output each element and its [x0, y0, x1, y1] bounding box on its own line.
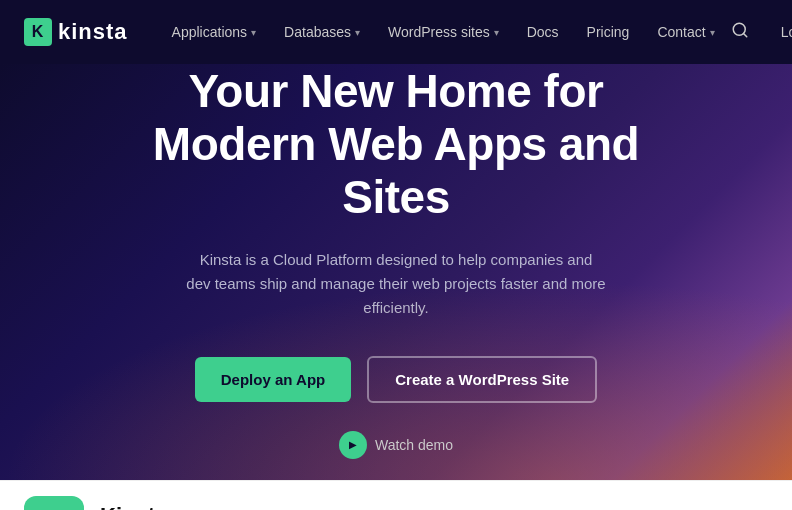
chevron-down-icon: ▾ [251, 27, 256, 38]
nav-right: Login Sign Up [727, 6, 792, 58]
hero-section: Your New Home for Modern Web Apps and Si… [0, 64, 792, 480]
hero-title: Your New Home for Modern Web Apps and Si… [116, 65, 676, 224]
logo-icon: K [24, 18, 52, 46]
nav-item-pricing[interactable]: Pricing [575, 16, 642, 48]
nav-item-applications[interactable]: Applications ▾ [160, 16, 269, 48]
chevron-down-icon: ▾ [355, 27, 360, 38]
footer-bar: K Kinsta The First Host To Utilize Googl… [0, 480, 792, 510]
logo[interactable]: K kinsta [24, 18, 128, 46]
create-wordpress-button[interactable]: Create a WordPress Site [367, 356, 597, 403]
login-button[interactable]: Login [769, 16, 792, 48]
footer-info: Kinsta The First Host To Utilize Google … [100, 503, 373, 510]
chevron-down-icon: ▾ [494, 27, 499, 38]
nav-item-databases[interactable]: Databases ▾ [272, 16, 372, 48]
play-icon: ▶ [339, 431, 367, 459]
nav-item-docs[interactable]: Docs [515, 16, 571, 48]
hero-buttons: Deploy an App Create a WordPress Site [195, 356, 597, 403]
chevron-down-icon: ▾ [710, 27, 715, 38]
nav-links: Applications ▾ Databases ▾ WordPress sit… [160, 16, 727, 48]
hero-subtitle: Kinsta is a Cloud Platform designed to h… [186, 248, 606, 320]
logo-name: kinsta [58, 19, 128, 45]
navbar: K kinsta Applications ▾ Databases ▾ Word… [0, 0, 792, 64]
footer-site-name: Kinsta [100, 503, 373, 510]
footer-logo-section: K Kinsta The First Host To Utilize Googl… [24, 496, 373, 511]
search-button[interactable] [727, 17, 753, 47]
footer-logo-icon: K [24, 496, 84, 511]
nav-item-wordpress[interactable]: WordPress sites ▾ [376, 16, 511, 48]
svg-line-1 [743, 33, 746, 36]
nav-item-contact[interactable]: Contact ▾ [645, 16, 726, 48]
watch-demo-button[interactable]: ▶ Watch demo [339, 431, 453, 459]
deploy-app-button[interactable]: Deploy an App [195, 357, 351, 402]
